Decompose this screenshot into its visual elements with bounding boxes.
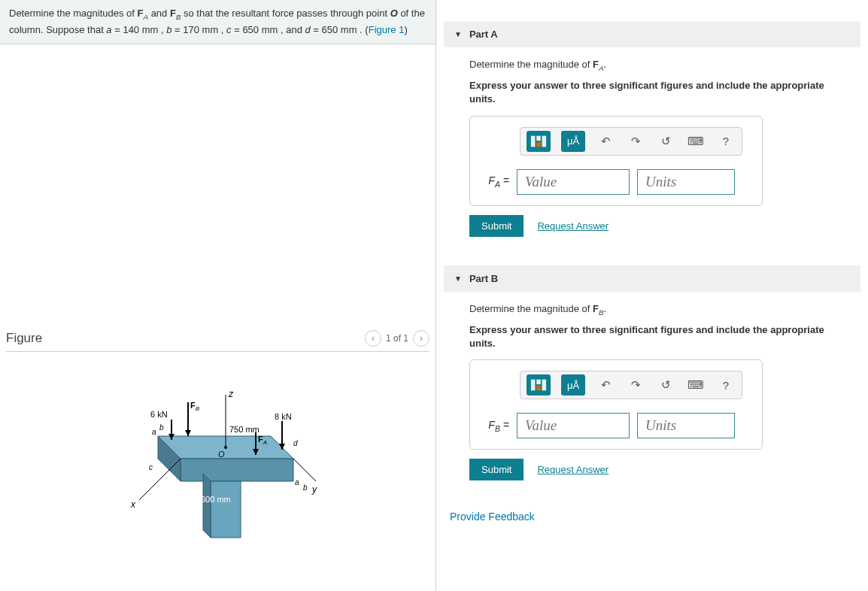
- problem-statement: Determine the magnitudes of FA and FB so…: [0, 0, 436, 44]
- figure-image: z x y O FB 6 kN FA: [6, 361, 429, 544]
- part-a-value-input[interactable]: [517, 169, 630, 195]
- svg-rect-37: [531, 380, 536, 391]
- svg-text:a: a: [152, 428, 156, 436]
- part-b-header[interactable]: ▼ Part B: [444, 265, 860, 292]
- figure-pager: ‹ 1 of 1 ›: [365, 330, 429, 347]
- part-a-prompt: Determine the magnitude of FA.: [469, 58, 850, 73]
- reset-icon[interactable]: ↺: [656, 132, 675, 151]
- part-b-submit-button[interactable]: Submit: [469, 459, 524, 480]
- part-a-units-input[interactable]: [637, 169, 735, 195]
- svg-rect-36: [542, 135, 547, 147]
- pager-next-button[interactable]: ›: [413, 330, 429, 347]
- svg-text:O: O: [218, 450, 225, 459]
- collapse-icon: ▼: [454, 30, 462, 38]
- svg-text:y: y: [311, 484, 317, 495]
- svg-rect-33: [531, 135, 536, 147]
- redo-icon[interactable]: ↷: [626, 375, 645, 395]
- reset-icon[interactable]: ↺: [656, 375, 675, 395]
- undo-icon[interactable]: ↶: [596, 375, 615, 395]
- part-a-var-label: FA =: [484, 174, 509, 189]
- svg-rect-35: [536, 142, 541, 147]
- keyboard-icon[interactable]: ⌨: [686, 132, 706, 151]
- collapse-icon: ▼: [454, 274, 462, 283]
- help-icon[interactable]: ?: [716, 132, 736, 151]
- units-icon[interactable]: μÅ: [561, 374, 585, 396]
- svg-text:d: d: [293, 439, 298, 447]
- svg-text:6 kN: 6 kN: [150, 410, 168, 419]
- keyboard-icon[interactable]: ⌨: [686, 375, 706, 395]
- part-a-submit-button[interactable]: Submit: [469, 215, 524, 237]
- svg-marker-4: [203, 474, 211, 538]
- part-b-request-answer-link[interactable]: Request Answer: [537, 464, 609, 475]
- units-icon[interactable]: μÅ: [561, 131, 585, 152]
- part-b-units-input[interactable]: [637, 413, 735, 438]
- svg-marker-3: [211, 481, 241, 538]
- svg-text:a: a: [295, 478, 299, 486]
- help-icon[interactable]: ?: [716, 375, 736, 395]
- svg-text:x: x: [130, 499, 136, 510]
- svg-marker-1: [181, 459, 293, 481]
- svg-point-11: [224, 446, 227, 449]
- svg-text:c: c: [149, 463, 153, 471]
- svg-text:750 mm: 750 mm: [229, 425, 259, 434]
- svg-text:b: b: [159, 423, 164, 432]
- svg-text:b: b: [303, 483, 308, 492]
- part-b-toolbar: μÅ ↶ ↷ ↺ ⌨ ?: [520, 371, 742, 399]
- figure-link[interactable]: Figure 1: [369, 24, 405, 35]
- part-a-header[interactable]: ▼ Part A: [444, 21, 860, 47]
- provide-feedback-link[interactable]: Provide Feedback: [450, 511, 860, 523]
- part-b-prompt: Determine the magnitude of FB.: [469, 302, 850, 317]
- svg-line-7: [139, 459, 181, 500]
- part-b-answer-box: μÅ ↶ ↷ ↺ ⌨ ? FB =: [469, 359, 763, 450]
- svg-rect-39: [536, 386, 541, 390]
- part-a-answer-box: μÅ ↶ ↷ ↺ ⌨ ? FA =: [469, 116, 763, 206]
- part-a-request-answer-link[interactable]: Request Answer: [537, 220, 609, 232]
- figure-title: Figure: [6, 331, 42, 346]
- svg-marker-14: [185, 430, 191, 436]
- part-b-instruction: Express your answer to three significant…: [469, 323, 850, 350]
- svg-text:FB: FB: [190, 401, 200, 412]
- pager-prev-button[interactable]: ‹: [365, 330, 381, 347]
- part-b-var-label: FB =: [484, 419, 509, 433]
- redo-icon[interactable]: ↷: [626, 132, 645, 151]
- part-a-instruction: Express your answer to three significant…: [469, 79, 850, 106]
- part-a-toolbar: μÅ ↶ ↷ ↺ ⌨ ?: [520, 127, 742, 156]
- part-b-value-input[interactable]: [517, 413, 630, 438]
- undo-icon[interactable]: ↶: [596, 132, 615, 151]
- templates-icon[interactable]: [527, 374, 551, 396]
- templates-icon[interactable]: [527, 131, 551, 152]
- svg-text:8 kN: 8 kN: [275, 412, 292, 421]
- svg-rect-38: [536, 380, 541, 384]
- svg-rect-40: [542, 380, 547, 391]
- svg-rect-34: [536, 135, 541, 140]
- svg-text:600 mm: 600 mm: [201, 495, 231, 504]
- svg-text:z: z: [228, 389, 234, 399]
